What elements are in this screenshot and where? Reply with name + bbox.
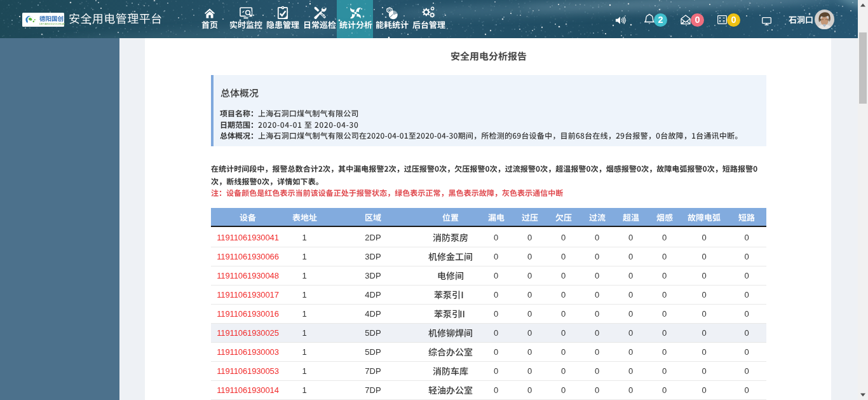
svg-text:DEYANGGUOCHUANG: DEYANGGUOCHUANG: [39, 23, 65, 25]
